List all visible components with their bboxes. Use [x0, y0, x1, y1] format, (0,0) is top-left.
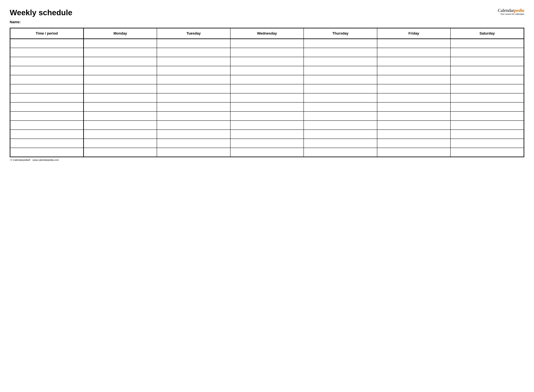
table-cell — [84, 48, 157, 57]
table-row — [10, 112, 524, 121]
column-header-wednesday: Wednesday — [230, 28, 304, 39]
table-row — [10, 121, 524, 130]
brand-prefix: Calendar — [498, 8, 514, 13]
table-cell — [304, 148, 377, 157]
table-cell — [10, 66, 84, 75]
table-cell — [304, 48, 377, 57]
table-cell — [304, 139, 377, 148]
table-cell — [157, 75, 230, 84]
table-cell — [377, 48, 451, 57]
table-row — [10, 102, 524, 112]
table-cell — [450, 121, 524, 130]
table-cell — [10, 57, 84, 66]
table-cell — [157, 93, 230, 102]
table-cell — [84, 75, 157, 84]
table-cell — [304, 130, 377, 139]
table-cell — [450, 39, 524, 48]
table-cell — [450, 112, 524, 121]
schedule-table: Time / period Monday Tuesday Wednesday T… — [10, 28, 524, 157]
table-cell — [377, 121, 451, 130]
column-header-friday: Friday — [377, 28, 451, 39]
table-cell — [450, 130, 524, 139]
column-header-saturday: Saturday — [450, 28, 524, 39]
table-cell — [10, 84, 84, 93]
table-cell — [304, 93, 377, 102]
table-cell — [450, 66, 524, 75]
table-cell — [377, 139, 451, 148]
table-cell — [450, 48, 524, 57]
column-header-tuesday: Tuesday — [157, 28, 230, 39]
table-cell — [10, 75, 84, 84]
name-label: Name: — [10, 20, 524, 24]
table-cell — [304, 39, 377, 48]
table-cell — [230, 39, 304, 48]
table-cell — [157, 102, 230, 112]
table-cell — [377, 112, 451, 121]
table-cell — [377, 130, 451, 139]
table-cell — [377, 39, 451, 48]
column-header-thursday: Thursday — [304, 28, 377, 39]
table-cell — [84, 102, 157, 112]
table-cell — [450, 84, 524, 93]
table-row — [10, 139, 524, 148]
table-cell — [377, 57, 451, 66]
table-cell — [84, 84, 157, 93]
table-cell — [10, 121, 84, 130]
table-cell — [84, 112, 157, 121]
table-row — [10, 75, 524, 84]
table-row — [10, 93, 524, 102]
table-row — [10, 84, 524, 93]
table-cell — [304, 102, 377, 112]
table-cell — [10, 93, 84, 102]
table-row — [10, 39, 524, 48]
table-cell — [377, 66, 451, 75]
table-cell — [450, 75, 524, 84]
table-cell — [157, 112, 230, 121]
table-cell — [450, 102, 524, 112]
table-cell — [230, 139, 304, 148]
footer-website: www.calendarpedia.com — [33, 159, 59, 161]
table-cell — [304, 84, 377, 93]
table-cell — [230, 84, 304, 93]
table-cell — [230, 130, 304, 139]
table-cell — [157, 148, 230, 157]
table-cell — [157, 48, 230, 57]
table-cell — [304, 66, 377, 75]
table-cell — [84, 139, 157, 148]
table-cell — [230, 121, 304, 130]
column-header-monday: Monday — [84, 28, 157, 39]
table-cell — [10, 139, 84, 148]
table-cell — [157, 57, 230, 66]
page-header: Weekly schedule Calendarpedia Your sourc… — [10, 8, 524, 17]
table-cell — [230, 57, 304, 66]
page-title: Weekly schedule — [10, 8, 72, 17]
table-cell — [10, 39, 84, 48]
table-cell — [377, 93, 451, 102]
schedule-header-row: Time / period Monday Tuesday Wednesday T… — [10, 28, 524, 39]
table-cell — [230, 93, 304, 102]
table-cell — [157, 139, 230, 148]
table-cell — [304, 112, 377, 121]
table-cell — [157, 121, 230, 130]
table-cell — [377, 148, 451, 157]
footer: © Calendarpedia® www.calendarpedia.com — [10, 159, 524, 161]
table-cell — [10, 102, 84, 112]
table-cell — [450, 57, 524, 66]
table-row — [10, 57, 524, 66]
table-cell — [377, 75, 451, 84]
table-cell — [230, 75, 304, 84]
schedule-table-body — [10, 39, 524, 157]
table-cell — [157, 39, 230, 48]
table-cell — [10, 112, 84, 121]
footer-copyright: © Calendarpedia® — [10, 159, 31, 161]
table-cell — [450, 93, 524, 102]
table-cell — [84, 66, 157, 75]
table-cell — [84, 121, 157, 130]
schedule-table-head: Time / period Monday Tuesday Wednesday T… — [10, 28, 524, 39]
column-header-time: Time / period — [10, 28, 84, 39]
table-row — [10, 148, 524, 157]
table-cell — [230, 148, 304, 157]
table-cell — [230, 112, 304, 121]
table-cell — [230, 66, 304, 75]
table-cell — [304, 57, 377, 66]
